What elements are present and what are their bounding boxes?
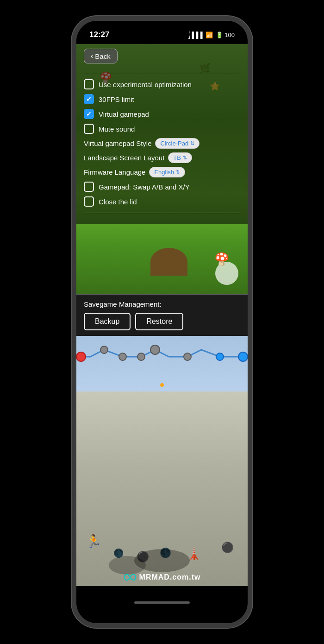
checkbox-experimental[interactable] [84, 79, 94, 89]
settings-overlay: ‹ Back Use experimental optimization 30F… [76, 44, 248, 224]
back-button-label: Back [95, 52, 110, 60]
svg-point-4 [150, 345, 160, 354]
select-gamepad-style[interactable]: Circle-Pad ⇅ [155, 138, 199, 149]
wifi-icon: 📶 [206, 32, 213, 38]
status-icons: ▐▐▐▐ 📶 🔋 100 [186, 32, 235, 38]
screen-area: 🍄 🌿 ⭐ 🍄 ‹ Back Use [76, 44, 248, 586]
language-arrows: ⇅ [176, 169, 180, 175]
checkbox-swap[interactable] [84, 182, 94, 192]
svg-point-5 [184, 353, 191, 360]
setting-row-swap[interactable]: Gamepad: Swap A/B and X/Y [84, 179, 240, 194]
label-lid: Close the lid [99, 198, 137, 206]
character-1: 🏃 [86, 534, 102, 549]
savegame-title: Savegame Management: [84, 300, 240, 308]
divider-top [84, 73, 240, 73]
setting-row-experimental[interactable]: Use experimental optimization [84, 77, 240, 92]
svg-point-1 [100, 346, 108, 354]
setting-row-landscape[interactable]: Landscape Screen Layout TB ⇅ [84, 151, 240, 165]
back-chevron-icon: ‹ [91, 52, 93, 60]
label-experimental: Use experimental optimization [99, 81, 192, 88]
label-mute: Mute sound [99, 125, 135, 133]
watermark-brand: MRMAD.com.tw [139, 573, 201, 581]
restore-button[interactable]: Restore [135, 313, 183, 330]
watermark: MRMAD.com.tw [76, 573, 248, 581]
setting-row-language[interactable]: Firmware Language English ⇅ [84, 165, 240, 179]
bottom-landscape: 🏃 🌑 ⚫ 🌑 🗼 ⚫ [76, 391, 248, 586]
svg-point-0 [76, 352, 86, 361]
home-indicator[interactable] [134, 601, 190, 604]
svg-point-7 [238, 352, 248, 361]
checkbox-gamepad[interactable] [84, 109, 94, 119]
landscape-arrows: ⇅ [183, 155, 187, 161]
backup-button[interactable]: Backup [84, 313, 131, 330]
label-gamepad-style: Virtual gamepad Style [84, 139, 151, 147]
svg-point-2 [119, 353, 126, 360]
progress-dot [160, 383, 164, 387]
checkbox-lid[interactable] [84, 196, 94, 207]
game-background-bottom: 🏃 🌑 ⚫ 🌑 🗼 ⚫ [76, 336, 248, 586]
battery-icon: 🔋 100 [216, 32, 235, 38]
setting-row-gamepad-style[interactable]: Virtual gamepad Style Circle-Pad ⇅ [84, 136, 240, 151]
back-button[interactable]: ‹ Back [84, 49, 118, 63]
divider-bottom [84, 213, 240, 213]
setting-row-mute[interactable]: Mute sound [84, 121, 240, 136]
select-landscape[interactable]: TB ⇅ [168, 152, 192, 163]
savegame-section: Savegame Management: Backup Restore [76, 294, 248, 336]
label-fps: 30FPS limit [99, 95, 134, 103]
mrmad-logo-icon [124, 573, 137, 581]
language-value: English [154, 169, 174, 176]
dynamic-island [134, 26, 190, 42]
setting-row-lid[interactable]: Close the lid [84, 194, 240, 209]
game-mushroom: 🍄 [214, 252, 229, 266]
svg-point-6 [216, 353, 224, 360]
status-time: 12:27 [89, 30, 109, 39]
label-landscape: Landscape Screen Layout [84, 154, 164, 162]
label-gamepad: Virtual gamepad [99, 110, 149, 118]
gamepad-style-arrows: ⇅ [190, 140, 194, 146]
game-hill [150, 248, 187, 276]
select-language[interactable]: English ⇅ [149, 167, 185, 177]
checkbox-fps[interactable] [84, 94, 94, 104]
landscape-value: TB [173, 154, 181, 161]
shadow-circle2 [109, 556, 146, 575]
savegame-buttons: Backup Restore [84, 313, 240, 330]
gamepad-style-value: Circle-Pad [160, 140, 188, 147]
label-swap: Gamepad: Swap A/B and X/Y [99, 183, 190, 191]
svg-point-3 [137, 353, 145, 360]
map-strip [76, 336, 248, 391]
label-language: Firmware Language [84, 168, 145, 176]
checkbox-mute[interactable] [84, 124, 94, 134]
decoration-rock: ⚫ [221, 542, 234, 554]
setting-row-gamepad[interactable]: Virtual gamepad [84, 107, 240, 121]
bottom-bar [76, 586, 248, 623]
setting-row-fps[interactable]: 30FPS limit [84, 92, 240, 107]
